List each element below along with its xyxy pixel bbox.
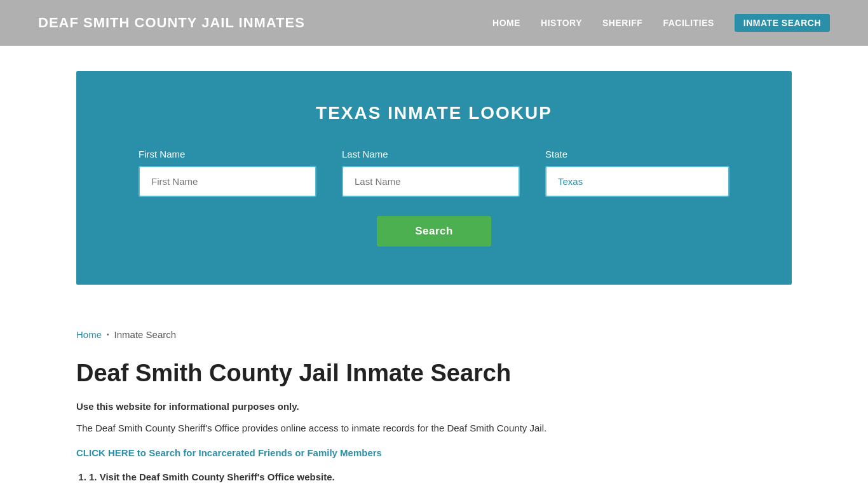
steps-list: 1. Visit the Deaf Smith County Sheriff's… <box>76 471 792 482</box>
breadcrumb-home[interactable]: Home <box>76 329 102 340</box>
nav-history[interactable]: HISTORY <box>541 18 582 28</box>
first-name-label: First Name <box>139 149 316 159</box>
first-name-group: First Name <box>139 149 316 197</box>
last-name-label: Last Name <box>342 149 520 159</box>
breadcrumb-separator: • <box>107 331 109 338</box>
search-button[interactable]: Search <box>377 216 491 247</box>
breadcrumb: Home • Inmate Search <box>0 310 868 346</box>
last-name-input[interactable] <box>342 166 520 197</box>
nav-facilities[interactable]: FACILITIES <box>663 18 714 28</box>
first-name-input[interactable] <box>139 166 316 197</box>
site-title: DEAF SMITH COUNTY JAIL INMATES <box>38 15 305 31</box>
last-name-group: Last Name <box>342 149 520 197</box>
info-text: The Deaf Smith County Sheriff's Office p… <box>76 421 792 436</box>
state-label: State <box>545 149 729 159</box>
click-here-link[interactable]: CLICK HERE to Search for Incarcerated Fr… <box>76 447 382 458</box>
main-nav: HOME HISTORY SHERIFF FACILITIES INMATE S… <box>492 14 830 32</box>
nav-home[interactable]: HOME <box>492 18 520 28</box>
search-section: TEXAS INMATE LOOKUP First Name Last Name… <box>76 71 792 285</box>
form-fields-row: First Name Last Name State <box>114 149 754 197</box>
search-section-title: TEXAS INMATE LOOKUP <box>114 103 754 123</box>
info-text-bold: Use this website for informational purpo… <box>76 401 792 412</box>
site-header: DEAF SMITH COUNTY JAIL INMATES HOME HIST… <box>0 0 868 46</box>
step-1: 1. Visit the Deaf Smith County Sheriff's… <box>89 471 792 482</box>
main-content: Deaf Smith County Jail Inmate Search Use… <box>0 346 868 488</box>
page-heading: Deaf Smith County Jail Inmate Search <box>76 359 792 388</box>
state-group: State <box>545 149 729 197</box>
nav-inmate-search[interactable]: INMATE SEARCH <box>735 14 830 32</box>
inmate-lookup-form: First Name Last Name State Search <box>114 149 754 247</box>
nav-sheriff[interactable]: SHERIFF <box>602 18 642 28</box>
breadcrumb-current: Inmate Search <box>114 329 177 340</box>
state-input[interactable] <box>545 166 729 197</box>
